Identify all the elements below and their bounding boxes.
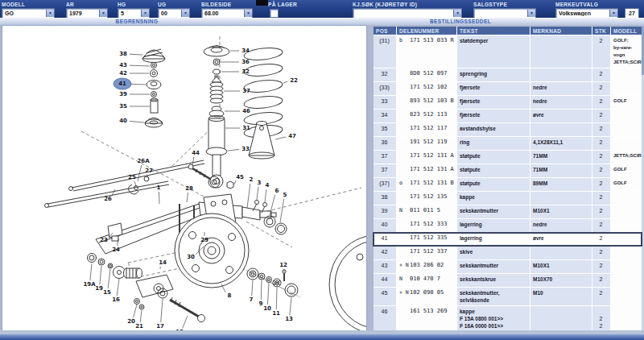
callout-47[interactable]: 47: [288, 133, 296, 139]
dropdown-arrow-icon[interactable]: ▼: [453, 10, 461, 17]
table-row[interactable]: 42171 512 337skive2: [374, 247, 642, 259]
table-cell: M10X70: [530, 274, 592, 287]
table-row[interactable]: 37171 512 131 Astøtpute71MM2GOLF: [374, 164, 642, 177]
dropdown-arrow-icon[interactable]: ▼: [99, 10, 107, 17]
callout-7[interactable]: 7: [250, 296, 254, 303]
callout-39[interactable]: 39: [119, 91, 127, 97]
callout-26A[interactable]: 26A: [137, 158, 150, 164]
table-row[interactable]: 328D0 512 097sprengring2: [374, 68, 642, 81]
table-cell: 41: [374, 233, 396, 246]
callout-24[interactable]: 24: [112, 247, 120, 253]
callout-27[interactable]: 27: [145, 168, 153, 174]
field-pa-lager: PÅ LAGER: [268, 0, 308, 18]
table-row[interactable]: 45+ N102 090 05sekskantmutter, selvlåsen…: [374, 288, 642, 305]
table-cell: [530, 192, 592, 205]
table-cell: 2: [592, 123, 610, 136]
callout-13[interactable]: 13: [285, 316, 293, 322]
table-cell: 171 512 333: [397, 219, 456, 232]
table-cell: 2: [592, 205, 610, 218]
pa-lager-checkbox[interactable]: [270, 9, 279, 18]
dropdown-arrow-icon[interactable]: ▼: [181, 10, 189, 17]
field-ug: UG 00 ▼: [158, 0, 190, 18]
table-cell: 2: [592, 137, 610, 150]
callout-leader: [140, 310, 142, 322]
brake-drum: [175, 214, 249, 288]
parts-diagram[interactable]: 38434241393540343632374631332247444526A2…: [2, 25, 367, 331]
callout-29[interactable]: 29: [200, 237, 208, 243]
callout-5[interactable]: 5: [283, 192, 287, 198]
table-cell: støtpute: [457, 151, 530, 164]
table-cell: 2: [592, 164, 610, 177]
dropdown-arrow-icon[interactable]: ▼: [244, 10, 252, 17]
callout-37[interactable]: 37: [242, 88, 250, 94]
callout-19A[interactable]: 19A: [83, 281, 96, 288]
table-row[interactable]: 33893 512 103 Bfjærsetenedre2GOLF: [374, 96, 642, 109]
callout-14[interactable]: 14: [159, 259, 167, 266]
callout-28[interactable]: 28: [185, 185, 193, 192]
callout-31[interactable]: 31: [242, 125, 250, 131]
table-row[interactable]: 39N011 011 5sekskantmutterM10X12: [374, 205, 642, 218]
callout-45[interactable]: 45: [236, 174, 244, 180]
table-row[interactable]: 35171 512 117avstandshylse2: [374, 123, 642, 136]
table-row[interactable]: (31)b171 513 033 Rstøtdemper2GOLF; by-va…: [374, 35, 642, 68]
field-merkeutvalg: MERKEUTVALG Volkswagen ▼: [555, 0, 618, 18]
callout-36[interactable]: 36: [242, 59, 250, 65]
table-row[interactable]: 40171 512 333lagerringnedre2: [374, 219, 642, 232]
callout-40[interactable]: 40: [119, 118, 127, 124]
callout-19[interactable]: 19: [95, 285, 103, 292]
callout-22[interactable]: 22: [290, 77, 298, 84]
bestillingsseddel-label: BESTILLINGSSEDDEL: [412, 19, 509, 24]
table-row[interactable]: 37171 512 131 Astøtpute71MM2JETTA;SCIR.: [374, 151, 642, 164]
dropdown-arrow-icon[interactable]: ▼: [527, 10, 535, 17]
dropdown-arrow-icon[interactable]: ▼: [609, 10, 617, 17]
table-cell: 2: [592, 219, 610, 232]
callout-1[interactable]: 1: [157, 185, 161, 191]
callout-leader: [130, 65, 150, 66]
table-row[interactable]: (33)171 512 102fjærsetenedre2: [374, 82, 642, 95]
callout-42[interactable]: 42: [119, 70, 127, 77]
callout-23[interactable]: 23: [100, 237, 108, 243]
table-row[interactable]: 36191 512 119ring4,1X28X11,12: [374, 137, 642, 150]
table-cell: JETTA;SCIR.: [611, 151, 642, 164]
table-cell: 2: [592, 96, 610, 109]
callout-3[interactable]: 3: [258, 180, 262, 186]
table-row[interactable]: 44N010 470 7sekskantskrueM10X702: [374, 274, 642, 287]
callout-25[interactable]: 25: [128, 174, 136, 180]
table-cell: 2: [592, 151, 610, 164]
table-row[interactable]: 34823 512 113fjærseteøvre2: [374, 110, 642, 122]
callout-9[interactable]: 9: [259, 301, 263, 307]
callout-32[interactable]: 32: [242, 68, 250, 75]
callout-20[interactable]: 20: [127, 318, 135, 325]
callout-41[interactable]: 41: [118, 81, 126, 87]
table-cell: lagerring: [457, 219, 530, 232]
callout-2[interactable]: 2: [250, 176, 254, 183]
callout-34[interactable]: 34: [242, 48, 250, 54]
callout-21[interactable]: 21: [135, 323, 143, 330]
callout-4[interactable]: 4: [266, 182, 270, 189]
callout-8[interactable]: 8: [228, 292, 232, 299]
callout-10[interactable]: 10: [263, 305, 271, 312]
table-row[interactable]: 38171 512 135kappe2: [374, 192, 642, 205]
callout-38[interactable]: 38: [119, 51, 127, 57]
table-row[interactable]: 43+ N103 286 02sekskantmutterM10X12: [374, 260, 642, 273]
callout-30[interactable]: 30: [187, 254, 195, 260]
callout-44[interactable]: 44: [192, 150, 200, 156]
callout-6[interactable]: 6: [275, 188, 279, 194]
callout-11[interactable]: 11: [272, 310, 280, 317]
callout-43[interactable]: 43: [119, 62, 127, 68]
section-bar: BEGRENSNING BESTILLINGSSEDDEL: [0, 18, 644, 25]
table-cell: 34: [374, 110, 396, 122]
callout-26[interactable]: 26: [104, 196, 112, 202]
callout-16[interactable]: 16: [112, 296, 120, 303]
callout-35[interactable]: 35: [119, 103, 127, 110]
callout-33[interactable]: 33: [242, 146, 250, 152]
callout-17[interactable]: 17: [156, 323, 164, 330]
dropdown-arrow-icon[interactable]: ▼: [141, 10, 149, 17]
dropdown-arrow-icon[interactable]: ▼: [46, 10, 54, 17]
table-row[interactable]: 41171 512 335lagerringøvre2: [374, 233, 642, 246]
table-cell: 33: [374, 96, 396, 109]
callout-46[interactable]: 46: [242, 108, 250, 114]
callout-15[interactable]: 15: [103, 289, 111, 296]
callout-12[interactable]: 12: [279, 262, 287, 268]
table-row[interactable]: (37)o171 512 131 Bstøtpute89MM2GOLF: [374, 178, 642, 191]
